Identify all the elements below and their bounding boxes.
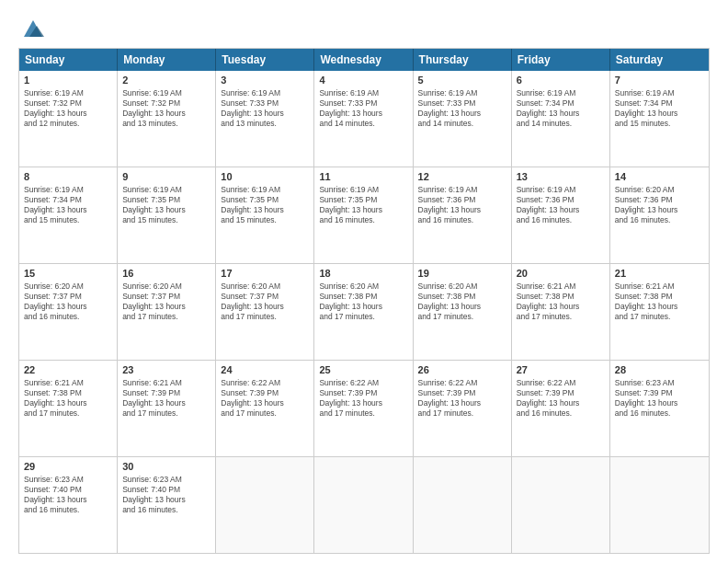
calendar-cell: 19Sunrise: 6:20 AM Sunset: 7:38 PM Dayli…	[414, 264, 512, 360]
cell-info: Sunrise: 6:21 AM Sunset: 7:38 PM Dayligh…	[517, 282, 605, 322]
cell-info: Sunrise: 6:23 AM Sunset: 7:40 PM Dayligh…	[24, 475, 112, 515]
day-number: 27	[517, 363, 605, 377]
day-number: 17	[221, 267, 309, 281]
weekday-header: Saturday	[610, 49, 709, 71]
day-number: 25	[319, 363, 407, 377]
day-number: 22	[24, 363, 112, 377]
day-number: 18	[319, 267, 407, 281]
weekday-header: Tuesday	[216, 49, 314, 71]
calendar-cell: 6Sunrise: 6:19 AM Sunset: 7:34 PM Daylig…	[512, 71, 610, 167]
calendar-week-row: 22Sunrise: 6:21 AM Sunset: 7:38 PM Dayli…	[19, 361, 709, 457]
calendar-week-row: 29Sunrise: 6:23 AM Sunset: 7:40 PM Dayli…	[19, 457, 709, 553]
day-number: 23	[122, 363, 210, 377]
day-number: 14	[615, 170, 704, 184]
day-number: 29	[24, 460, 112, 474]
cell-info: Sunrise: 6:19 AM Sunset: 7:35 PM Dayligh…	[221, 185, 309, 225]
day-number: 12	[418, 170, 506, 184]
cell-info: Sunrise: 6:20 AM Sunset: 7:37 PM Dayligh…	[24, 282, 112, 322]
day-number: 10	[221, 170, 309, 184]
day-number: 2	[122, 74, 210, 87]
calendar-cell	[512, 457, 610, 553]
cell-info: Sunrise: 6:21 AM Sunset: 7:38 PM Dayligh…	[615, 282, 704, 322]
weekday-header: Wednesday	[314, 49, 413, 71]
cell-info: Sunrise: 6:20 AM Sunset: 7:37 PM Dayligh…	[122, 282, 210, 322]
day-number: 8	[24, 170, 112, 184]
calendar: SundayMondayTuesdayWednesdayThursdayFrid…	[18, 48, 710, 554]
cell-info: Sunrise: 6:19 AM Sunset: 7:34 PM Dayligh…	[24, 185, 112, 225]
cell-info: Sunrise: 6:22 AM Sunset: 7:39 PM Dayligh…	[517, 378, 605, 419]
calendar-cell: 25Sunrise: 6:22 AM Sunset: 7:39 PM Dayli…	[314, 361, 413, 456]
day-number: 9	[122, 170, 210, 184]
day-number: 6	[517, 74, 605, 87]
weekday-header: Thursday	[414, 49, 512, 71]
cell-info: Sunrise: 6:20 AM Sunset: 7:38 PM Dayligh…	[418, 282, 506, 322]
day-number: 1	[24, 74, 112, 87]
calendar-cell: 3Sunrise: 6:19 AM Sunset: 7:33 PM Daylig…	[216, 71, 314, 167]
day-number: 19	[418, 267, 506, 281]
cell-info: Sunrise: 6:19 AM Sunset: 7:32 PM Dayligh…	[122, 88, 210, 129]
day-number: 3	[221, 74, 309, 87]
calendar-cell: 20Sunrise: 6:21 AM Sunset: 7:38 PM Dayli…	[512, 264, 610, 360]
calendar-week-row: 8Sunrise: 6:19 AM Sunset: 7:34 PM Daylig…	[19, 167, 709, 264]
calendar-cell: 7Sunrise: 6:19 AM Sunset: 7:34 PM Daylig…	[610, 71, 709, 167]
calendar-cell: 8Sunrise: 6:19 AM Sunset: 7:34 PM Daylig…	[19, 167, 118, 263]
calendar-body: 1Sunrise: 6:19 AM Sunset: 7:32 PM Daylig…	[19, 71, 709, 553]
day-number: 26	[418, 363, 506, 377]
calendar-cell	[314, 457, 413, 553]
day-number: 24	[221, 363, 309, 377]
weekday-header: Friday	[512, 49, 610, 71]
page: SundayMondayTuesdayWednesdayThursdayFrid…	[0, 0, 728, 563]
calendar-cell: 14Sunrise: 6:20 AM Sunset: 7:36 PM Dayli…	[610, 167, 709, 263]
weekday-header: Sunday	[19, 49, 118, 71]
cell-info: Sunrise: 6:23 AM Sunset: 7:40 PM Dayligh…	[122, 475, 210, 515]
cell-info: Sunrise: 6:20 AM Sunset: 7:36 PM Dayligh…	[615, 185, 704, 225]
cell-info: Sunrise: 6:19 AM Sunset: 7:33 PM Dayligh…	[418, 88, 506, 129]
day-number: 4	[319, 74, 407, 87]
calendar-cell: 28Sunrise: 6:23 AM Sunset: 7:39 PM Dayli…	[610, 361, 709, 456]
calendar-cell: 26Sunrise: 6:22 AM Sunset: 7:39 PM Dayli…	[414, 361, 512, 456]
calendar-cell: 9Sunrise: 6:19 AM Sunset: 7:35 PM Daylig…	[118, 167, 216, 263]
calendar-week-row: 1Sunrise: 6:19 AM Sunset: 7:32 PM Daylig…	[19, 71, 709, 167]
calendar-cell: 18Sunrise: 6:20 AM Sunset: 7:38 PM Dayli…	[314, 264, 413, 360]
calendar-cell: 1Sunrise: 6:19 AM Sunset: 7:32 PM Daylig…	[19, 71, 118, 167]
cell-info: Sunrise: 6:19 AM Sunset: 7:32 PM Dayligh…	[24, 88, 112, 129]
calendar-cell: 16Sunrise: 6:20 AM Sunset: 7:37 PM Dayli…	[118, 264, 216, 360]
calendar-cell: 17Sunrise: 6:20 AM Sunset: 7:37 PM Dayli…	[216, 264, 314, 360]
calendar-cell: 13Sunrise: 6:19 AM Sunset: 7:36 PM Dayli…	[512, 167, 610, 263]
cell-info: Sunrise: 6:19 AM Sunset: 7:33 PM Dayligh…	[221, 88, 309, 129]
calendar-cell	[414, 457, 512, 553]
calendar-cell: 29Sunrise: 6:23 AM Sunset: 7:40 PM Dayli…	[19, 457, 118, 553]
day-number: 20	[517, 267, 605, 281]
day-number: 7	[615, 74, 704, 87]
day-number: 28	[615, 363, 704, 377]
cell-info: Sunrise: 6:19 AM Sunset: 7:36 PM Dayligh…	[418, 185, 506, 225]
cell-info: Sunrise: 6:19 AM Sunset: 7:36 PM Dayligh…	[517, 185, 605, 225]
day-number: 16	[122, 267, 210, 281]
cell-info: Sunrise: 6:22 AM Sunset: 7:39 PM Dayligh…	[319, 378, 407, 419]
cell-info: Sunrise: 6:23 AM Sunset: 7:39 PM Dayligh…	[615, 378, 704, 419]
calendar-week-row: 15Sunrise: 6:20 AM Sunset: 7:37 PM Dayli…	[19, 264, 709, 361]
cell-info: Sunrise: 6:19 AM Sunset: 7:35 PM Dayligh…	[319, 185, 407, 225]
day-number: 5	[418, 74, 506, 87]
cell-info: Sunrise: 6:22 AM Sunset: 7:39 PM Dayligh…	[418, 378, 506, 419]
day-number: 13	[517, 170, 605, 184]
weekday-header: Monday	[118, 49, 216, 71]
cell-info: Sunrise: 6:20 AM Sunset: 7:38 PM Dayligh…	[319, 282, 407, 322]
logo	[18, 15, 46, 40]
cell-info: Sunrise: 6:19 AM Sunset: 7:33 PM Dayligh…	[319, 88, 407, 129]
day-number: 30	[122, 460, 210, 474]
cell-info: Sunrise: 6:21 AM Sunset: 7:38 PM Dayligh…	[24, 378, 112, 419]
calendar-cell: 11Sunrise: 6:19 AM Sunset: 7:35 PM Dayli…	[314, 167, 413, 263]
calendar-cell: 12Sunrise: 6:19 AM Sunset: 7:36 PM Dayli…	[414, 167, 512, 263]
day-number: 21	[615, 267, 704, 281]
cell-info: Sunrise: 6:22 AM Sunset: 7:39 PM Dayligh…	[221, 378, 309, 419]
day-number: 15	[24, 267, 112, 281]
calendar-cell	[216, 457, 314, 553]
calendar-cell: 30Sunrise: 6:23 AM Sunset: 7:40 PM Dayli…	[118, 457, 216, 553]
calendar-header: SundayMondayTuesdayWednesdayThursdayFrid…	[19, 49, 709, 71]
cell-info: Sunrise: 6:21 AM Sunset: 7:39 PM Dayligh…	[122, 378, 210, 419]
calendar-cell: 24Sunrise: 6:22 AM Sunset: 7:39 PM Dayli…	[216, 361, 314, 456]
day-number: 11	[319, 170, 407, 184]
calendar-cell: 5Sunrise: 6:19 AM Sunset: 7:33 PM Daylig…	[414, 71, 512, 167]
calendar-cell: 15Sunrise: 6:20 AM Sunset: 7:37 PM Dayli…	[19, 264, 118, 360]
